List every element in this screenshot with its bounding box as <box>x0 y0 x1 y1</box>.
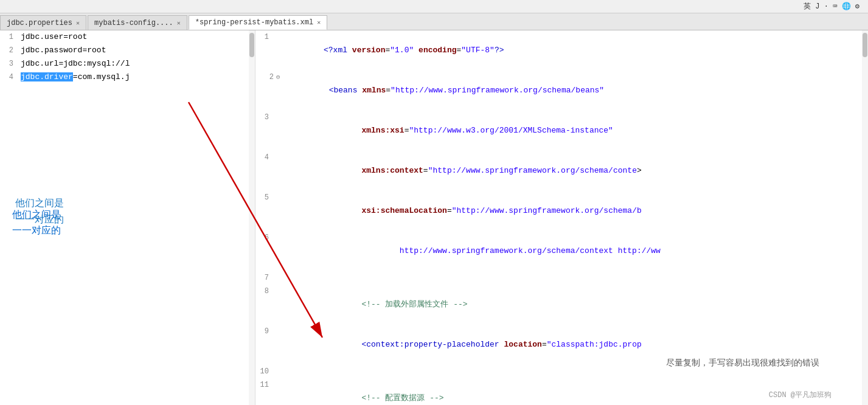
tab-jdbc-properties[interactable]: jdbc.properties ✕ <box>0 15 86 30</box>
tab-bar: jdbc.properties ✕ mybatis-config.... ✕ *… <box>0 13 868 30</box>
tab-spring-persist[interactable]: *spring-persist-mybatis.xml ✕ <box>189 15 327 30</box>
left-annotation: 他们之间是一一对应的 <box>12 207 61 238</box>
tab-close-icon[interactable]: ✕ <box>317 19 321 26</box>
top-bar: 英 J · ⌨ 🌐 ⚙ <box>0 0 868 13</box>
tab-label: *spring-persist-mybatis.xml <box>195 18 313 27</box>
csdn-watermark: CSDN @平凡加班狗 <box>769 390 832 400</box>
right-panel: 1 <?xml version="1.0" encoding="UTF-8"?>… <box>255 30 868 405</box>
tab-close-icon[interactable]: ✕ <box>177 19 181 27</box>
left-line-2: 2 jdbc.password=root <box>0 44 255 57</box>
right-line-6: 6 http://www.springframework.org/schema/… <box>255 231 868 271</box>
tab-close-icon[interactable]: ✕ <box>76 19 80 27</box>
left-line-3: 3 jdbc.url=jdbc:mysql://l <box>0 57 255 71</box>
right-scrollbar[interactable] <box>862 30 868 405</box>
right-annotation: 尽量复制，手写容易出现很难找到的错误 <box>666 358 819 369</box>
right-code-area: 1 <?xml version="1.0" encoding="UTF-8"?>… <box>255 30 868 405</box>
main-area: 1 jdbc.user=root 2 jdbc.password=root 3 … <box>0 30 868 405</box>
tab-label: mybatis-config.... <box>94 19 173 27</box>
left-line-1: 1 jdbc.user=root <box>0 30 255 44</box>
left-scrollbar[interactable] <box>249 30 255 405</box>
tab-mybatis-config[interactable]: mybatis-config.... ✕ <box>88 15 187 30</box>
left-panel: 1 jdbc.user=root 2 jdbc.password=root 3 … <box>0 30 255 405</box>
tab-label: jdbc.properties <box>7 19 72 27</box>
right-scrollbar-thumb[interactable] <box>863 33 867 57</box>
left-scrollbar-thumb[interactable] <box>249 33 254 57</box>
left-line-4: 4 jdbc.driver=com.mysql.j <box>0 71 255 84</box>
right-line-4: 4 xmlns:context="http://www.springframew… <box>255 151 868 191</box>
right-line-2: 2 ⊖ <beans xmlns="http://www.springframe… <box>255 71 868 111</box>
right-line-7: 7 <box>255 271 868 285</box>
right-line-8: 8 <!-- 加载外部属性文件 --> <box>255 285 868 325</box>
ime-indicator: 英 J · ⌨ 🌐 ⚙ <box>804 1 859 12</box>
right-line-5: 5 xsi:schemaLocation="http://www.springf… <box>255 191 868 231</box>
right-line-3: 3 xmlns:xsi="http://www.w3.org/2001/XMLS… <box>255 111 868 151</box>
right-line-1: 1 <?xml version="1.0" encoding="UTF-8"?> <box>255 30 868 71</box>
